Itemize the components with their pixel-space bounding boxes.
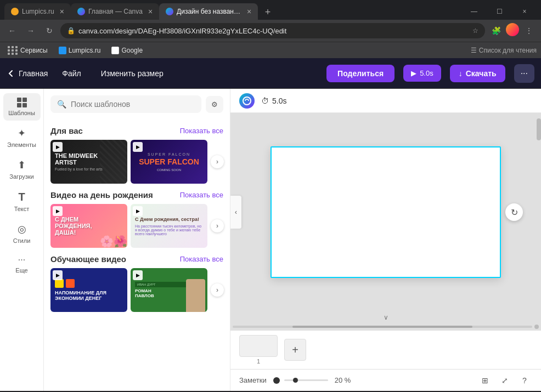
template-edu1[interactable]: НАПОМИНАНИЕ ДЛЯ ЭКОНОМИИ ДЕНЕГ ▶ — [50, 268, 127, 312]
tab-canva-design-close[interactable]: × — [247, 7, 251, 16]
tab-lumpics-close[interactable]: × — [60, 7, 64, 16]
templates-panel: 🔍 ⚙ Для вас Показать все THE MIDWEEKARTI… — [44, 89, 230, 391]
uploads-icon: ⬆ — [18, 159, 26, 171]
google-bookmark-label: Google — [121, 47, 143, 54]
styles-label: Стили — [13, 237, 31, 244]
vertical-scrollbar[interactable] — [537, 113, 541, 311]
birthday-title: Видео на день рождения — [50, 190, 153, 200]
template-bday1[interactable]: С ДНЕМРОЖДЕНИЯ,ДАША! 🌸🌺 ▶ — [50, 204, 127, 248]
grid-view-button[interactable]: ⊞ — [477, 373, 493, 388]
sidebar-item-elements[interactable]: ✦ Элементы — [3, 123, 41, 152]
template-bday2[interactable]: С Днем рождения, сестра! На расстоянии т… — [131, 204, 207, 248]
timer-icon: ⏱ — [261, 96, 269, 105]
section-for-you: Для вас Показать все — [50, 126, 223, 135]
reading-list-button[interactable]: ☰ Список для чтения — [471, 47, 537, 54]
fullscreen-button[interactable]: ⤢ — [497, 373, 512, 388]
template-midweek[interactable]: THE MIDWEEKARTIST Fueled by a love for t… — [50, 140, 127, 184]
minimize-button[interactable]: — — [462, 3, 486, 20]
bottom-right-buttons: ⊞ ⤢ ? — [477, 373, 532, 388]
tab-canva-home[interactable]: Главная — Canva × — [71, 3, 159, 20]
horizontal-scroll-area — [230, 323, 541, 330]
for-you-show-all[interactable]: Показать все — [180, 127, 223, 135]
address-box[interactable]: 🔒 canva.com/design/DAEg-Hf3808/iGXnlR933… — [60, 23, 485, 38]
play-button[interactable]: ▶ 5.0s — [403, 65, 441, 82]
canva-design-favicon — [166, 8, 173, 15]
sidebar-item-uploads[interactable]: ⬆ Загрузки — [3, 155, 41, 184]
birthday-next-arrow[interactable]: › — [211, 219, 224, 232]
notes-button[interactable]: Заметки — [239, 376, 267, 384]
rotate-button[interactable]: ↻ — [505, 203, 523, 221]
canvas-scroll-wrapper[interactable]: ‹ ↻ — [230, 113, 541, 311]
download-button[interactable]: ↓ Скачать — [450, 65, 505, 82]
play-duration: 5.0s — [420, 69, 433, 77]
for-you-next-arrow[interactable]: › — [211, 155, 224, 168]
menu-button[interactable]: ⋮ — [521, 23, 537, 38]
reload-button[interactable]: ↻ — [42, 23, 57, 38]
profile-avatar[interactable] — [506, 23, 519, 36]
sidebar-item-more[interactable]: ··· Еще — [3, 251, 41, 278]
address-bar-row: ← → ↻ 🔒 canva.com/design/DAEg-Hf3808/iGX… — [0, 20, 541, 42]
uploads-label: Загрузки — [9, 173, 33, 180]
tab-lumpics[interactable]: Lumpics.ru × — [4, 3, 71, 20]
lock-icon: 🔒 — [67, 27, 75, 35]
bookmark-google[interactable]: Google — [108, 46, 146, 55]
educational-title: Обучающее видео — [50, 254, 126, 264]
timer-display: ⏱ 5.0s — [261, 96, 286, 105]
for-you-title: Для вас — [50, 126, 83, 135]
canvas-frame[interactable] — [270, 146, 501, 278]
elements-icon: ✦ — [18, 127, 26, 139]
birthday-show-all[interactable]: Показать все — [180, 191, 223, 199]
timer-value: 5.0s — [272, 96, 286, 105]
bookmark-apps[interactable]: Сервисы — [4, 45, 51, 56]
canva-home-favicon — [77, 8, 85, 15]
educational-next-arrow[interactable]: › — [211, 283, 224, 297]
reading-list-label: Список для чтения — [479, 47, 537, 54]
sidebar-item-styles[interactable]: ◎ Стили — [3, 219, 41, 248]
star-icon[interactable]: ☆ — [472, 27, 478, 35]
new-tab-button[interactable]: + — [260, 4, 275, 20]
bookmark-lumpics[interactable]: Lumpics.ru — [55, 46, 104, 55]
svg-point-0 — [243, 97, 251, 105]
forward-button[interactable]: → — [23, 23, 38, 38]
search-input[interactable] — [71, 100, 195, 109]
sidebar-item-templates[interactable]: Шаблоны — [3, 93, 41, 121]
maximize-button[interactable]: ☐ — [487, 3, 511, 20]
home-back-button[interactable]: Главная — [7, 69, 48, 78]
tab-lumpics-title: Lumpics.ru — [22, 8, 54, 15]
extensions-button[interactable]: 🧩 — [488, 23, 504, 38]
zoom-thumb — [293, 378, 298, 383]
share-button[interactable]: Поделиться — [326, 65, 395, 82]
template-edu2[interactable]: ИВАН ДУРТ РОМАНПАВЛОВ ▶ — [131, 268, 207, 312]
zoom-slider[interactable] — [273, 377, 328, 384]
text-label: Текст — [14, 206, 30, 212]
chevron-down-icon[interactable]: ∨ — [384, 314, 388, 321]
play-overlay-bday2: ▶ — [133, 206, 143, 216]
template-falcon[interactable]: SUPER FALCON SUPER FALCON COMING SOON ▶ — [131, 140, 207, 184]
filter-button[interactable]: ⚙ — [206, 96, 223, 113]
zoom-track[interactable] — [284, 379, 328, 381]
help-button[interactable]: ? — [517, 373, 532, 388]
more-options-button[interactable]: ··· — [514, 64, 534, 83]
canva-main: Шаблоны ✦ Элементы ⬆ Загрузки T Текст ◎ … — [0, 89, 541, 391]
add-page-button[interactable]: + — [284, 339, 306, 361]
sidebar-item-text[interactable]: T Текст — [3, 186, 41, 217]
tab-canva-home-close[interactable]: × — [148, 7, 153, 16]
educational-show-all[interactable]: Показать все — [180, 255, 223, 263]
horizontal-scrollbar[interactable] — [233, 326, 532, 328]
back-button[interactable]: ← — [4, 23, 20, 38]
close-button[interactable]: × — [512, 3, 537, 20]
play-overlay-edu2: ▶ — [133, 270, 143, 280]
search-input-wrap[interactable]: 🔍 — [50, 95, 201, 113]
play-overlay-bday1: ▶ — [53, 206, 63, 216]
resize-button[interactable]: Изменить размер — [95, 66, 169, 81]
panel-collapse-arrow[interactable]: ‹ — [230, 196, 241, 229]
search-icon: 🔍 — [57, 100, 66, 109]
educational-row: НАПОМИНАНИЕ ДЛЯ ЭКОНОМИИ ДЕНЕГ ▶ ИВАН ДУ… — [50, 268, 223, 312]
file-button[interactable]: Файл — [57, 66, 86, 81]
home-label: Главная — [19, 69, 48, 78]
timeline-area: 1 + — [230, 330, 541, 369]
page-thumb-1[interactable] — [239, 335, 278, 357]
lumpics-favicon — [11, 8, 19, 15]
tab-canva-design[interactable]: Дизайн без названия — 1080 × — [159, 3, 258, 20]
browser-chrome: Lumpics.ru × Главная — Canva × Дизайн бе… — [0, 0, 541, 58]
